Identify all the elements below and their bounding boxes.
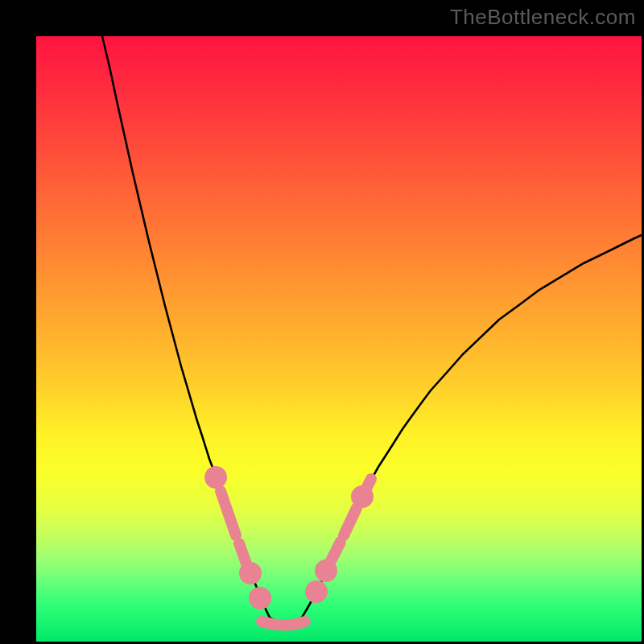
svg-line-10 (365, 479, 371, 492)
watermark-text: TheBottleneck.com (450, 5, 636, 30)
svg-point-0 (210, 472, 221, 483)
svg-point-5 (311, 586, 322, 597)
valley-floor-pink (262, 621, 305, 625)
svg-line-7 (328, 542, 341, 566)
left-branch-curve (102, 36, 270, 617)
svg-point-3 (245, 568, 256, 579)
svg-point-4 (254, 592, 266, 604)
right-branch-pink-markers (311, 479, 371, 597)
chart-frame: TheBottleneck.com (0, 0, 644, 644)
svg-line-2 (239, 543, 247, 566)
svg-line-8 (344, 508, 357, 535)
svg-line-1 (221, 491, 236, 535)
plot-area (36, 36, 642, 642)
right-branch-curve (302, 235, 642, 617)
curve-layer (36, 36, 642, 642)
left-branch-pink-markers (210, 472, 266, 604)
